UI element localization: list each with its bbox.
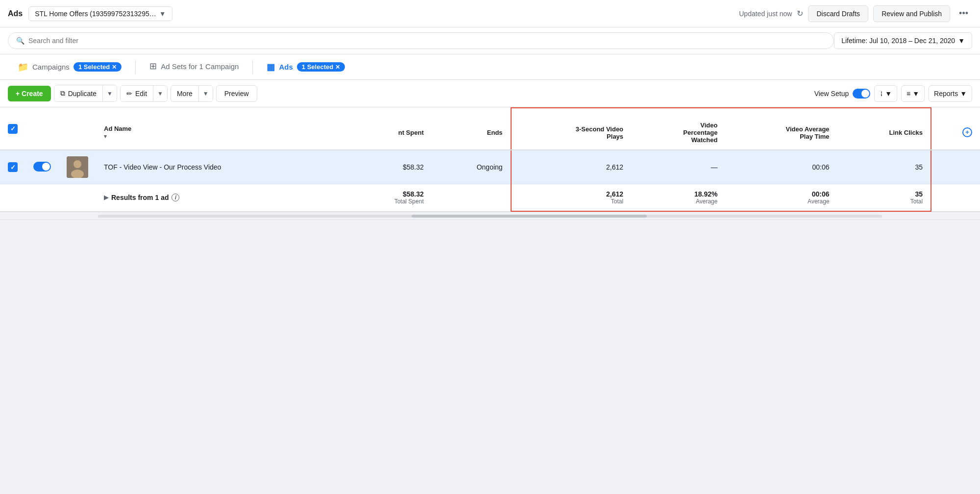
toggle-thumb — [861, 90, 869, 98]
top-bar-right: Updated just now ↻ Discard Drafts Review… — [739, 5, 972, 22]
add-col-icon: + — [962, 127, 972, 137]
nav-divider-2 — [252, 60, 253, 74]
img-header — [59, 108, 96, 150]
campaigns-selected-count: 1 Selected — [78, 63, 110, 71]
tab-adsets[interactable]: ⊞ Ad Sets for 1 Campaign — [140, 54, 248, 80]
ads-badge-close[interactable]: ✕ — [335, 64, 340, 71]
results-link-clicks-sub: Total — [845, 198, 923, 205]
account-selector[interactable]: STL Home Offers (193599752313295… ▼ — [28, 6, 172, 21]
video-plays-header[interactable]: 3-Second Video Plays — [511, 108, 631, 150]
row-toggle[interactable] — [25, 150, 59, 184]
amount-spent-header[interactable]: nt Spent — [346, 108, 431, 150]
search-input[interactable] — [28, 37, 826, 45]
ad-thumbnail — [67, 156, 88, 178]
row-checkbox[interactable] — [0, 150, 25, 184]
reports-button[interactable]: Reports ▼ — [929, 85, 972, 102]
search-icon: 🔍 — [16, 37, 24, 45]
ad-name-header[interactable]: Ad Name ▾ — [96, 108, 346, 150]
results-checkbox-col — [0, 184, 25, 212]
video-pct-header[interactable]: Video Percentage Watched — [631, 108, 725, 150]
results-video-pct-cell: 18.92% Average — [631, 184, 725, 212]
results-img-col — [59, 184, 96, 212]
review-publish-button[interactable]: Review and Publish — [873, 5, 950, 22]
filter-dropdown-arrow: ▼ — [912, 90, 919, 98]
checkbox-checked-icon[interactable] — [8, 124, 18, 134]
discard-drafts-button[interactable]: Discard Drafts — [808, 5, 868, 22]
columns-icon: ⫶ — [880, 90, 883, 98]
select-all-checkbox[interactable] — [0, 108, 25, 150]
results-ends-cell — [432, 184, 511, 212]
adsets-icon: ⊞ — [149, 61, 157, 72]
more-button[interactable]: More — [171, 86, 198, 101]
columns-dropdown-arrow: ▼ — [885, 90, 892, 98]
edit-icon: ✏ — [126, 90, 132, 98]
ad-active-toggle[interactable] — [33, 162, 51, 172]
amount-spent-cell: $58.32 — [346, 150, 431, 184]
results-video-pct-sub: Average — [639, 198, 717, 205]
sort-icon: ▾ — [104, 133, 107, 139]
nav-divider-1 — [135, 60, 136, 74]
edit-dropdown-arrow[interactable]: ▼ — [153, 86, 167, 101]
top-bar: Ads STL Home Offers (193599752313295… ▼ … — [0, 0, 980, 27]
scrollbar-thumb[interactable] — [412, 215, 647, 218]
more-label: More — [177, 90, 193, 98]
results-video-avg-sub: Average — [733, 198, 829, 205]
video-avg-header[interactable]: Video Average Play Time — [725, 108, 837, 150]
results-video-plays-cell: 2,612 Total — [511, 184, 631, 212]
date-range-selector[interactable]: Lifetime: Jul 10, 2018 – Dec 21, 2020 ▼ — [834, 32, 972, 49]
results-row: ▶ Results from 1 ad i $58.32 Total Spent… — [0, 184, 980, 212]
info-icon: i — [172, 194, 179, 201]
search-bar: 🔍 Lifetime: Jul 10, 2018 – Dec 21, 2020 … — [0, 27, 980, 54]
results-amount-value: $58.32 — [354, 190, 423, 198]
tab-campaigns[interactable]: 📁 Campaigns 1 Selected ✕ — [8, 54, 131, 80]
tab-ads[interactable]: ▦ Ads 1 Selected ✕ — [257, 54, 355, 80]
edit-button[interactable]: ✏ Edit — [121, 86, 153, 101]
results-add-col-cell — [931, 184, 980, 212]
ads-selected-badge: 1 Selected ✕ — [297, 62, 345, 72]
scrollbar-track — [98, 215, 882, 218]
create-button[interactable]: + Create — [8, 86, 51, 101]
toggle-small-thumb — [42, 163, 50, 171]
chevron-down-icon: ▼ — [159, 10, 166, 18]
ads-tab-label: Ads — [279, 63, 293, 71]
link-clicks-header[interactable]: Link Clicks — [837, 108, 931, 150]
duplicate-button-group: ⧉ Duplicate ▼ — [54, 85, 117, 102]
thumbnail-image — [67, 156, 88, 178]
add-col-cell — [931, 150, 980, 184]
more-options-icon[interactable]: ••• — [955, 6, 972, 21]
ads-icon: ▦ — [267, 62, 275, 73]
campaigns-badge-close[interactable]: ✕ — [112, 64, 117, 71]
svg-point-1 — [74, 160, 81, 168]
more-button-group: More ▼ — [171, 85, 213, 102]
filter-button[interactable]: ≡ ▼ — [901, 85, 925, 102]
results-link-clicks-cell: 35 Total — [837, 184, 931, 212]
results-video-avg-value: 00:06 — [733, 190, 829, 198]
ends-header[interactable]: Ends — [432, 108, 511, 150]
reports-label: Reports — [934, 90, 958, 98]
results-text: Results from 1 ad — [111, 194, 169, 201]
adsets-tab-label: Ad Sets for 1 Campaign — [161, 62, 239, 71]
ends-cell: Ongoing — [432, 150, 511, 184]
search-input-wrapper[interactable]: 🔍 — [8, 32, 834, 49]
toolbar-right: View Setup ⫶ ▼ ≡ ▼ Reports ▼ — [814, 85, 972, 102]
duplicate-dropdown-arrow[interactable]: ▼ — [102, 85, 117, 101]
more-dropdown-arrow[interactable]: ▼ — [198, 86, 213, 101]
ad-name-label: Ad Name — [104, 125, 131, 132]
ad-name-cell: TOF - Video View - Our Process Video — [96, 150, 346, 184]
row-checkbox-checked[interactable] — [8, 162, 18, 172]
ads-table: Ad Name ▾ nt Spent Ends 3-Second Video P… — [0, 107, 980, 212]
ad-name-text: TOF - Video View - Our Process Video — [104, 163, 221, 171]
view-setup-toggle[interactable] — [853, 89, 870, 99]
table-header-row: Ad Name ▾ nt Spent Ends 3-Second Video P… — [0, 108, 980, 150]
columns-button[interactable]: ⫶ ▼ — [874, 85, 897, 102]
results-video-avg-cell: 00:06 Average — [725, 184, 837, 212]
date-range-label: Lifetime: Jul 10, 2018 – Dec 21, 2020 — [841, 37, 955, 45]
add-column-header[interactable]: + — [931, 108, 980, 150]
preview-button[interactable]: Preview — [216, 85, 257, 102]
brand-label: Ads — [8, 9, 23, 18]
duplicate-icon: ⧉ — [60, 89, 65, 98]
horizontal-scrollbar[interactable] — [0, 212, 980, 220]
duplicate-button[interactable]: ⧉ Duplicate — [54, 85, 102, 101]
refresh-icon[interactable]: ↻ — [797, 9, 803, 18]
expand-icon[interactable]: ▶ — [104, 194, 108, 201]
